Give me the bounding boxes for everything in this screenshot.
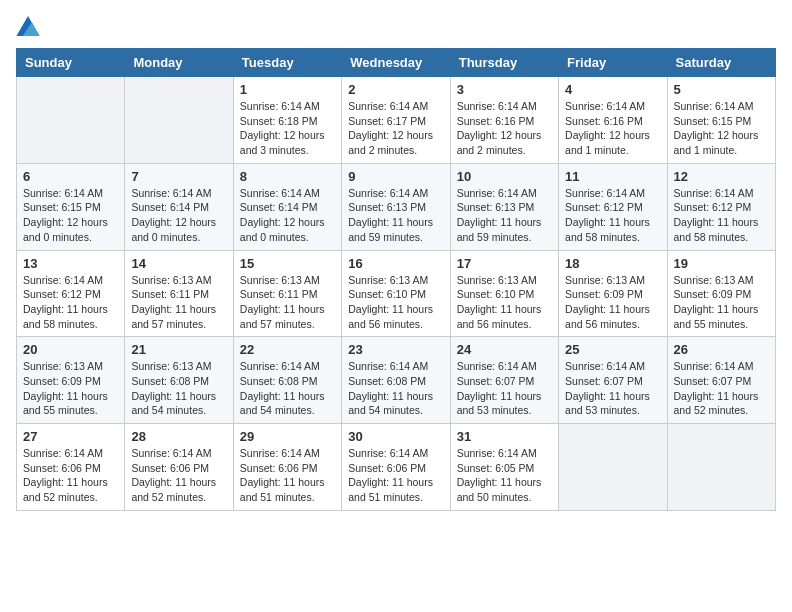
day-info: Sunrise: 6:14 AM Sunset: 6:06 PM Dayligh… — [131, 446, 226, 505]
day-number: 29 — [240, 429, 335, 444]
calendar-cell: 18Sunrise: 6:13 AM Sunset: 6:09 PM Dayli… — [559, 250, 667, 337]
day-info: Sunrise: 6:13 AM Sunset: 6:09 PM Dayligh… — [565, 273, 660, 332]
calendar-cell: 10Sunrise: 6:14 AM Sunset: 6:13 PM Dayli… — [450, 163, 558, 250]
day-number: 26 — [674, 342, 769, 357]
day-number: 18 — [565, 256, 660, 271]
calendar-cell: 14Sunrise: 6:13 AM Sunset: 6:11 PM Dayli… — [125, 250, 233, 337]
day-number: 24 — [457, 342, 552, 357]
day-number: 27 — [23, 429, 118, 444]
calendar-cell: 22Sunrise: 6:14 AM Sunset: 6:08 PM Dayli… — [233, 337, 341, 424]
day-number: 30 — [348, 429, 443, 444]
calendar-cell: 17Sunrise: 6:13 AM Sunset: 6:10 PM Dayli… — [450, 250, 558, 337]
calendar-cell: 11Sunrise: 6:14 AM Sunset: 6:12 PM Dayli… — [559, 163, 667, 250]
calendar-header-wednesday: Wednesday — [342, 49, 450, 77]
calendar-cell — [125, 77, 233, 164]
calendar-cell: 26Sunrise: 6:14 AM Sunset: 6:07 PM Dayli… — [667, 337, 775, 424]
day-number: 3 — [457, 82, 552, 97]
day-number: 21 — [131, 342, 226, 357]
calendar-cell: 20Sunrise: 6:13 AM Sunset: 6:09 PM Dayli… — [17, 337, 125, 424]
calendar-cell: 16Sunrise: 6:13 AM Sunset: 6:10 PM Dayli… — [342, 250, 450, 337]
day-info: Sunrise: 6:14 AM Sunset: 6:06 PM Dayligh… — [23, 446, 118, 505]
day-info: Sunrise: 6:13 AM Sunset: 6:11 PM Dayligh… — [131, 273, 226, 332]
day-number: 6 — [23, 169, 118, 184]
day-info: Sunrise: 6:13 AM Sunset: 6:08 PM Dayligh… — [131, 359, 226, 418]
day-number: 12 — [674, 169, 769, 184]
day-info: Sunrise: 6:14 AM Sunset: 6:06 PM Dayligh… — [240, 446, 335, 505]
day-info: Sunrise: 6:14 AM Sunset: 6:12 PM Dayligh… — [674, 186, 769, 245]
day-info: Sunrise: 6:14 AM Sunset: 6:13 PM Dayligh… — [457, 186, 552, 245]
calendar-cell: 25Sunrise: 6:14 AM Sunset: 6:07 PM Dayli… — [559, 337, 667, 424]
calendar-cell: 23Sunrise: 6:14 AM Sunset: 6:08 PM Dayli… — [342, 337, 450, 424]
day-info: Sunrise: 6:14 AM Sunset: 6:08 PM Dayligh… — [348, 359, 443, 418]
day-number: 2 — [348, 82, 443, 97]
calendar-cell: 9Sunrise: 6:14 AM Sunset: 6:13 PM Daylig… — [342, 163, 450, 250]
calendar-cell: 30Sunrise: 6:14 AM Sunset: 6:06 PM Dayli… — [342, 424, 450, 511]
day-info: Sunrise: 6:13 AM Sunset: 6:09 PM Dayligh… — [23, 359, 118, 418]
calendar-cell: 15Sunrise: 6:13 AM Sunset: 6:11 PM Dayli… — [233, 250, 341, 337]
calendar-week-row: 1Sunrise: 6:14 AM Sunset: 6:18 PM Daylig… — [17, 77, 776, 164]
calendar-cell: 6Sunrise: 6:14 AM Sunset: 6:15 PM Daylig… — [17, 163, 125, 250]
calendar-week-row: 13Sunrise: 6:14 AM Sunset: 6:12 PM Dayli… — [17, 250, 776, 337]
day-info: Sunrise: 6:14 AM Sunset: 6:07 PM Dayligh… — [674, 359, 769, 418]
logo-icon — [16, 16, 40, 36]
calendar-cell: 12Sunrise: 6:14 AM Sunset: 6:12 PM Dayli… — [667, 163, 775, 250]
day-info: Sunrise: 6:13 AM Sunset: 6:10 PM Dayligh… — [457, 273, 552, 332]
calendar-cell: 8Sunrise: 6:14 AM Sunset: 6:14 PM Daylig… — [233, 163, 341, 250]
day-info: Sunrise: 6:14 AM Sunset: 6:12 PM Dayligh… — [565, 186, 660, 245]
calendar-cell: 3Sunrise: 6:14 AM Sunset: 6:16 PM Daylig… — [450, 77, 558, 164]
calendar-table: SundayMondayTuesdayWednesdayThursdayFrid… — [16, 48, 776, 511]
logo — [16, 16, 44, 36]
day-number: 20 — [23, 342, 118, 357]
calendar-cell: 19Sunrise: 6:13 AM Sunset: 6:09 PM Dayli… — [667, 250, 775, 337]
calendar-cell: 28Sunrise: 6:14 AM Sunset: 6:06 PM Dayli… — [125, 424, 233, 511]
calendar-header-monday: Monday — [125, 49, 233, 77]
day-info: Sunrise: 6:14 AM Sunset: 6:14 PM Dayligh… — [131, 186, 226, 245]
day-info: Sunrise: 6:14 AM Sunset: 6:18 PM Dayligh… — [240, 99, 335, 158]
calendar-cell: 27Sunrise: 6:14 AM Sunset: 6:06 PM Dayli… — [17, 424, 125, 511]
day-info: Sunrise: 6:13 AM Sunset: 6:10 PM Dayligh… — [348, 273, 443, 332]
calendar-cell: 5Sunrise: 6:14 AM Sunset: 6:15 PM Daylig… — [667, 77, 775, 164]
day-info: Sunrise: 6:14 AM Sunset: 6:14 PM Dayligh… — [240, 186, 335, 245]
calendar-week-row: 6Sunrise: 6:14 AM Sunset: 6:15 PM Daylig… — [17, 163, 776, 250]
calendar-header-sunday: Sunday — [17, 49, 125, 77]
day-number: 4 — [565, 82, 660, 97]
calendar-header-row: SundayMondayTuesdayWednesdayThursdayFrid… — [17, 49, 776, 77]
day-info: Sunrise: 6:14 AM Sunset: 6:15 PM Dayligh… — [23, 186, 118, 245]
calendar-cell — [559, 424, 667, 511]
day-number: 15 — [240, 256, 335, 271]
calendar-cell: 2Sunrise: 6:14 AM Sunset: 6:17 PM Daylig… — [342, 77, 450, 164]
calendar-cell: 24Sunrise: 6:14 AM Sunset: 6:07 PM Dayli… — [450, 337, 558, 424]
day-info: Sunrise: 6:14 AM Sunset: 6:16 PM Dayligh… — [457, 99, 552, 158]
calendar-cell: 21Sunrise: 6:13 AM Sunset: 6:08 PM Dayli… — [125, 337, 233, 424]
day-info: Sunrise: 6:14 AM Sunset: 6:07 PM Dayligh… — [565, 359, 660, 418]
day-info: Sunrise: 6:14 AM Sunset: 6:07 PM Dayligh… — [457, 359, 552, 418]
day-info: Sunrise: 6:14 AM Sunset: 6:12 PM Dayligh… — [23, 273, 118, 332]
calendar-cell: 7Sunrise: 6:14 AM Sunset: 6:14 PM Daylig… — [125, 163, 233, 250]
day-info: Sunrise: 6:13 AM Sunset: 6:09 PM Dayligh… — [674, 273, 769, 332]
day-number: 1 — [240, 82, 335, 97]
calendar-cell: 4Sunrise: 6:14 AM Sunset: 6:16 PM Daylig… — [559, 77, 667, 164]
day-info: Sunrise: 6:14 AM Sunset: 6:16 PM Dayligh… — [565, 99, 660, 158]
day-info: Sunrise: 6:14 AM Sunset: 6:05 PM Dayligh… — [457, 446, 552, 505]
day-number: 25 — [565, 342, 660, 357]
calendar-header-saturday: Saturday — [667, 49, 775, 77]
calendar-cell — [667, 424, 775, 511]
day-number: 28 — [131, 429, 226, 444]
calendar-week-row: 27Sunrise: 6:14 AM Sunset: 6:06 PM Dayli… — [17, 424, 776, 511]
calendar-header-thursday: Thursday — [450, 49, 558, 77]
day-number: 23 — [348, 342, 443, 357]
day-number: 9 — [348, 169, 443, 184]
calendar-cell — [17, 77, 125, 164]
day-number: 19 — [674, 256, 769, 271]
day-number: 14 — [131, 256, 226, 271]
calendar-header-friday: Friday — [559, 49, 667, 77]
day-info: Sunrise: 6:14 AM Sunset: 6:06 PM Dayligh… — [348, 446, 443, 505]
day-number: 11 — [565, 169, 660, 184]
day-number: 8 — [240, 169, 335, 184]
day-number: 5 — [674, 82, 769, 97]
calendar-cell: 1Sunrise: 6:14 AM Sunset: 6:18 PM Daylig… — [233, 77, 341, 164]
calendar-week-row: 20Sunrise: 6:13 AM Sunset: 6:09 PM Dayli… — [17, 337, 776, 424]
day-number: 17 — [457, 256, 552, 271]
day-number: 22 — [240, 342, 335, 357]
header — [16, 16, 776, 36]
